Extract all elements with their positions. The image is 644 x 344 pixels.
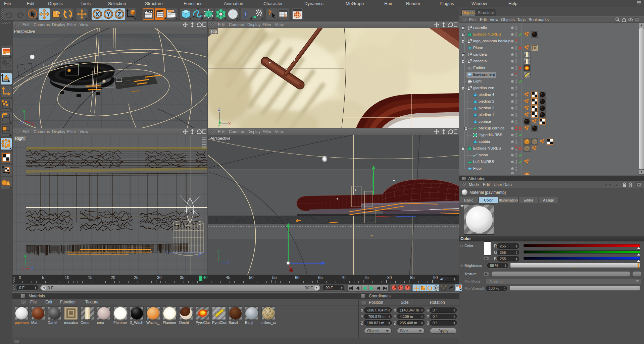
svg-text:Y: Y [106, 11, 110, 18]
svg-text:x: x [217, 257, 218, 261]
svg-text:?: ? [284, 14, 287, 19]
svg-text:x: x [23, 267, 24, 271]
svg-text:Y: Y [218, 125, 220, 128]
svg-text:Y: Y [22, 110, 24, 114]
svg-text:X: X [32, 123, 34, 126]
svg-text:Z: Z [218, 107, 220, 111]
svg-text:Z: Z [198, 253, 201, 258]
svg-text:Z: Z [118, 11, 121, 18]
svg-text:Y: Y [217, 250, 220, 254]
svg-text:Z: Z [31, 267, 34, 271]
svg-text:Z: Z [227, 261, 229, 265]
svg-text:X: X [228, 122, 231, 126]
svg-text:?: ? [268, 9, 271, 16]
svg-text:X: X [95, 11, 99, 18]
